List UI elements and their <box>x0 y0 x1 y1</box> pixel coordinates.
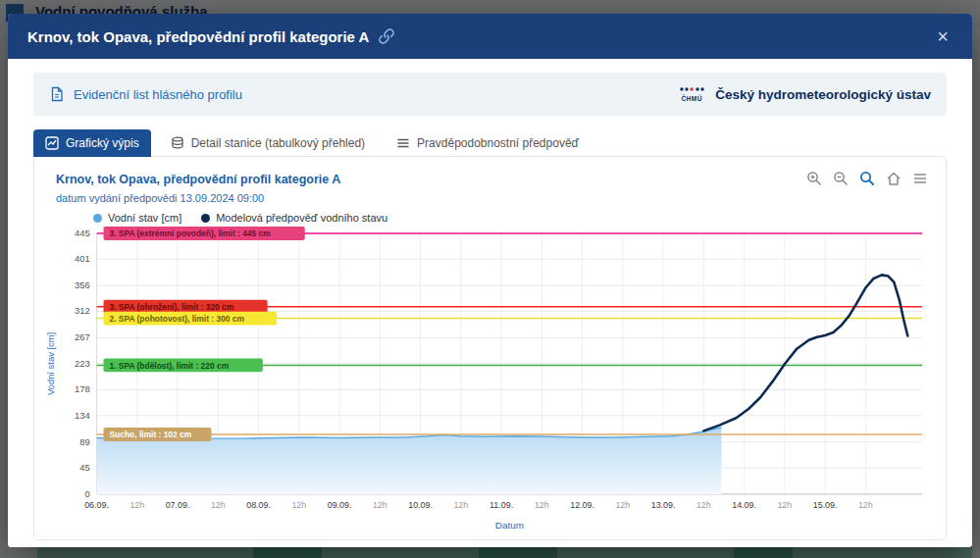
home-icon[interactable] <box>886 171 902 186</box>
chart-toolbar <box>806 171 928 186</box>
svg-text:12h: 12h <box>373 500 387 510</box>
svg-text:12h: 12h <box>453 500 468 510</box>
organization-name: Český hydrometeorologický ústav <box>715 87 931 102</box>
svg-text:06.09.: 06.09. <box>84 500 109 510</box>
legend-label: Modelová předpověď vodního stavu <box>216 212 387 224</box>
svg-text:2. SPA (pohotovost), limit : 3: 2. SPA (pohotovost), limit : 300 cm <box>109 314 244 324</box>
legend-item-observed[interactable]: Vodní stav [cm] <box>93 212 181 224</box>
tabs: Grafický výpis Detail stanice (tabulkový… <box>33 129 947 157</box>
svg-text:401: 401 <box>75 253 90 264</box>
organization: ČHMÚ Český hydrometeorologický ústav <box>678 86 931 103</box>
svg-text:12h: 12h <box>858 500 873 510</box>
tab-pravdepodobnostni-predpoved[interactable]: Pravděpodobnostní předpověď <box>385 129 591 157</box>
chart-subtitle: datum vydání předpovědi 13.09.2024 09:00 <box>56 192 938 204</box>
svg-text:3. SPA (ohrožení), limit : 320: 3. SPA (ohrožení), limit : 320 cm <box>109 302 233 312</box>
chart-card: Krnov, tok Opava, předpovědní profil kat… <box>33 156 947 540</box>
svg-text:12h: 12h <box>129 500 144 510</box>
svg-text:08.09.: 08.09. <box>246 500 271 510</box>
svg-text:0: 0 <box>84 488 89 499</box>
svg-text:3. SPA (extrémní povodeň), lim: 3. SPA (extrémní povodeň), limit : 445 c… <box>109 228 270 238</box>
svg-text:12h: 12h <box>535 500 549 510</box>
tab-graficky-vypis[interactable]: Grafický výpis <box>33 129 151 157</box>
svg-text:134: 134 <box>75 410 90 421</box>
lines-icon <box>396 136 410 150</box>
tab-detail-stanice[interactable]: Detail stanice (tabulkový přehled) <box>159 129 377 157</box>
chart-legend: Vodní stav [cm] Modelová předpověď vodní… <box>93 212 938 224</box>
svg-text:10.09.: 10.09. <box>408 500 433 510</box>
svg-text:223: 223 <box>75 358 90 369</box>
link-icon[interactable] <box>379 28 394 44</box>
svg-text:45: 45 <box>79 462 89 473</box>
svg-text:89: 89 <box>79 436 89 447</box>
svg-text:Vodní stav [cm]: Vodní stav [cm] <box>45 332 56 395</box>
forecast-series-dot <box>201 214 210 223</box>
svg-text:14.09.: 14.09. <box>732 500 756 510</box>
svg-text:267: 267 <box>75 331 90 342</box>
svg-text:356: 356 <box>75 279 90 290</box>
modal-body: Evidenční list hlásného profilu ČHMÚ Čes… <box>8 59 972 547</box>
svg-text:12.09.: 12.09. <box>570 500 594 510</box>
svg-text:12h: 12h <box>211 500 226 510</box>
chmu-abbr: ČHMÚ <box>681 96 702 103</box>
evidence-sheet-link-label: Evidenční list hlásného profilu <box>74 87 242 102</box>
water-level-chart: 06.09.12h07.09.12h08.09.12h09.09.12h10.0… <box>42 226 938 535</box>
zoom-in-icon[interactable] <box>806 171 822 186</box>
info-bar: Evidenční list hlásného profilu ČHMÚ Čes… <box>33 73 947 116</box>
svg-text:12h: 12h <box>291 500 306 510</box>
zoom-out-icon[interactable] <box>833 171 849 186</box>
forecast-profile-modal: Krnov, tok Opava, předpovědní profil kat… <box>8 14 972 547</box>
legend-label: Vodní stav [cm] <box>108 212 181 224</box>
svg-text:15.09.: 15.09. <box>813 500 838 510</box>
svg-text:09.09.: 09.09. <box>328 500 352 510</box>
svg-text:Datum: Datum <box>495 520 524 531</box>
svg-text:Sucho, limit : 102 cm: Sucho, limit : 102 cm <box>109 430 191 439</box>
modal-title-text: Krnov, tok Opava, předpovědní profil kat… <box>27 28 369 45</box>
observed-series-dot <box>93 214 102 223</box>
svg-text:12h: 12h <box>777 500 792 510</box>
svg-text:1. SPA (bdělost), limit : 220: 1. SPA (bdělost), limit : 220 cm <box>109 361 229 371</box>
svg-text:178: 178 <box>75 383 90 394</box>
chmu-logo: ČHMÚ <box>678 86 705 103</box>
svg-text:12h: 12h <box>615 500 630 510</box>
svg-text:11.09.: 11.09. <box>490 500 513 510</box>
legend-item-forecast[interactable]: Modelová předpověď vodního stavu <box>201 212 387 224</box>
pdf-file-icon <box>49 86 65 102</box>
database-icon <box>171 136 184 150</box>
svg-text:312: 312 <box>75 305 90 316</box>
zoom-reset-icon[interactable] <box>859 171 875 186</box>
tab-label: Detail stanice (tabulkový přehled) <box>191 136 365 150</box>
svg-text:12h: 12h <box>696 500 711 510</box>
modal-header: Krnov, tok Opava, předpovědní profil kat… <box>8 14 972 59</box>
evidence-sheet-link[interactable]: Evidenční list hlásného profilu <box>49 86 242 102</box>
menu-icon[interactable] <box>912 171 928 186</box>
svg-text:07.09.: 07.09. <box>166 500 190 510</box>
svg-text:445: 445 <box>75 228 90 238</box>
modal-title: Krnov, tok Opava, předpovědní profil kat… <box>27 28 394 45</box>
tab-label: Grafický výpis <box>66 136 139 150</box>
close-icon[interactable]: × <box>933 25 953 48</box>
chart-icon <box>45 136 59 150</box>
svg-text:13.09.: 13.09. <box>651 500 676 510</box>
tab-label: Pravděpodobnostní předpověď <box>417 136 579 150</box>
